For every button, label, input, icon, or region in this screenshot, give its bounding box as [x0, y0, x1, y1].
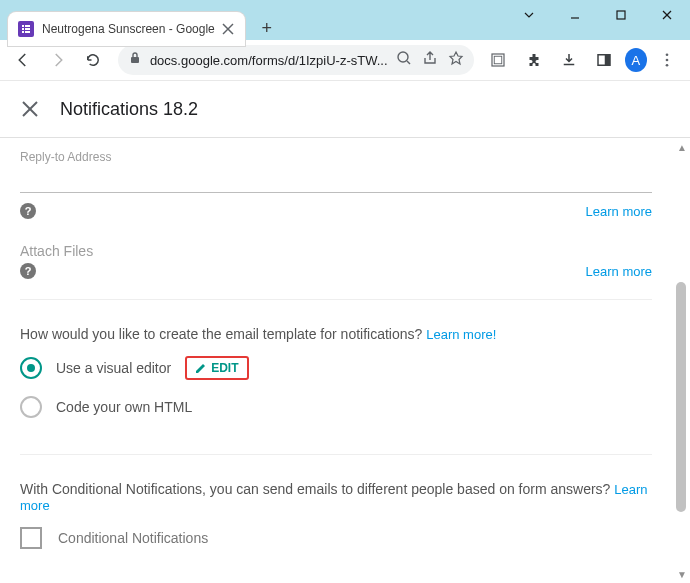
reply-to-label: Reply-to Address: [20, 150, 652, 164]
back-button[interactable]: [8, 44, 37, 76]
scroll-thumb[interactable]: [676, 282, 686, 512]
reply-to-input[interactable]: [20, 168, 652, 193]
window-dropdown[interactable]: [506, 0, 552, 30]
help-icon[interactable]: ?: [20, 203, 36, 219]
kebab-menu-icon[interactable]: [653, 44, 682, 76]
tab-title: Neutrogena Sunscreen - Google: [42, 22, 215, 36]
sidepanel-icon[interactable]: [589, 44, 618, 76]
svg-rect-4: [22, 31, 24, 33]
reload-button[interactable]: [79, 44, 108, 76]
scroll-down-arrow[interactable]: ▼: [676, 569, 688, 581]
bookmark-icon[interactable]: [448, 50, 464, 70]
svg-rect-1: [25, 25, 30, 27]
conditional-text-body: With Conditional Notifications, you can …: [20, 481, 614, 497]
svg-point-20: [666, 59, 669, 62]
profile-avatar[interactable]: A: [625, 48, 647, 72]
close-dialog-icon[interactable]: [20, 99, 40, 119]
share-icon[interactable]: [422, 50, 438, 70]
reply-to-learn-more-link[interactable]: Learn more: [586, 204, 652, 219]
svg-rect-2: [22, 28, 24, 30]
app-header: Notifications 18.2: [0, 81, 690, 138]
template-question: How would you like to create the email t…: [0, 308, 672, 348]
svg-point-19: [666, 53, 669, 56]
help-icon[interactable]: ?: [20, 263, 36, 279]
forms-favicon: [18, 21, 34, 37]
url-bar[interactable]: docs.google.com/forms/d/1IzpiU-z-sTW...: [118, 45, 474, 75]
browser-tab[interactable]: Neutrogena Sunscreen - Google: [8, 12, 245, 46]
svg-rect-12: [131, 57, 139, 63]
window-minimize[interactable]: [552, 0, 598, 30]
svg-rect-18: [605, 55, 610, 66]
browser-toolbar: docs.google.com/forms/d/1IzpiU-z-sTW... …: [0, 40, 690, 81]
downloads-icon[interactable]: [554, 44, 583, 76]
conditional-text: With Conditional Notifications, you can …: [0, 463, 672, 521]
option-visual-label: Use a visual editor: [56, 360, 171, 376]
attach-learn-more-link[interactable]: Learn more: [586, 264, 652, 279]
forward-button[interactable]: [43, 44, 72, 76]
option-html-label: Code your own HTML: [56, 399, 192, 415]
extensions-icon[interactable]: [519, 44, 548, 76]
checkbox-icon[interactable]: [20, 527, 42, 549]
radio-selected-icon[interactable]: [20, 357, 42, 379]
conditional-checkbox-label: Conditional Notifications: [58, 530, 208, 546]
option-visual-editor[interactable]: Use a visual editor EDIT: [0, 348, 672, 388]
svg-point-13: [398, 52, 408, 62]
zoom-icon[interactable]: [396, 50, 412, 70]
scroll-up-arrow[interactable]: ▲: [676, 142, 688, 154]
template-learn-more-link[interactable]: Learn more!: [426, 327, 496, 342]
browser-titlebar: Neutrogena Sunscreen - Google +: [0, 0, 690, 40]
svg-rect-9: [617, 11, 625, 19]
page-title: Notifications 18.2: [60, 99, 198, 120]
edit-button-label: EDIT: [211, 361, 238, 375]
svg-point-21: [666, 64, 669, 67]
window-close[interactable]: [644, 0, 690, 30]
radio-unselected-icon[interactable]: [20, 396, 42, 418]
url-text: docs.google.com/forms/d/1IzpiU-z-sTW...: [150, 53, 388, 68]
svg-rect-16: [494, 56, 502, 64]
content-area: Reply-to Address ? Learn more Attach Fil…: [0, 138, 672, 583]
new-tab-button[interactable]: +: [253, 14, 281, 42]
divider: [20, 299, 652, 300]
reply-to-section: Reply-to Address ? Learn more: [0, 138, 672, 231]
svg-line-14: [407, 61, 410, 64]
gtranslate-icon[interactable]: [484, 44, 513, 76]
template-question-text: How would you like to create the email t…: [20, 326, 426, 342]
window-maximize[interactable]: [598, 0, 644, 30]
svg-rect-3: [25, 28, 30, 30]
svg-rect-0: [22, 25, 24, 27]
window-controls: [506, 0, 690, 30]
divider: [20, 454, 652, 455]
attach-files-section: Attach Files ? Learn more: [0, 231, 672, 291]
lock-icon: [128, 51, 142, 69]
scrollbar[interactable]: ▲ ▼: [674, 142, 688, 581]
attach-files-label: Attach Files: [20, 243, 652, 259]
close-tab-icon[interactable]: [221, 22, 235, 36]
conditional-checkbox-row[interactable]: Conditional Notifications: [0, 521, 672, 555]
edit-button[interactable]: EDIT: [185, 356, 248, 380]
svg-rect-5: [25, 31, 30, 33]
option-code-html[interactable]: Code your own HTML: [0, 388, 672, 426]
